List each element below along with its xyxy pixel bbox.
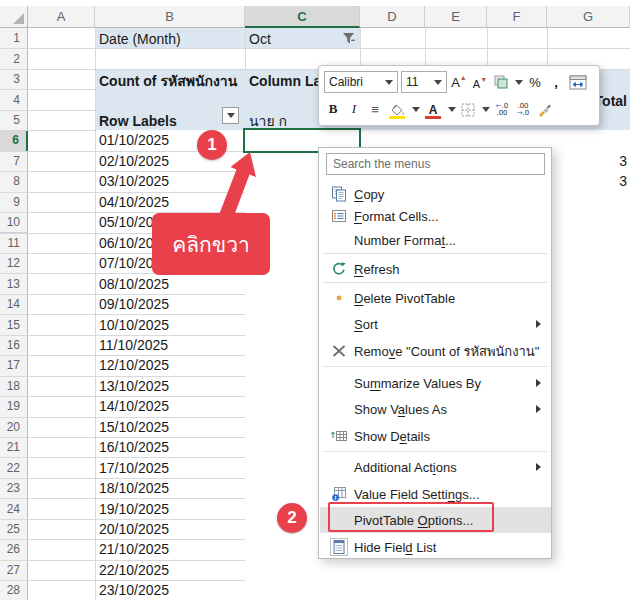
dropdown-arrow-icon[interactable]	[515, 80, 523, 85]
grow-font-icon[interactable]: A▲	[450, 71, 468, 93]
date-cell-row-21[interactable]: 16/10/2025	[99, 437, 169, 457]
decrease-decimal-icon[interactable]: .00→.0	[514, 98, 532, 120]
date-cell-row-19[interactable]: 14/10/2025	[99, 396, 169, 416]
column-header-g[interactable]: G	[547, 6, 630, 28]
filter-funnel-icon[interactable]	[341, 31, 356, 50]
row-header-6[interactable]: 6	[0, 130, 28, 151]
row-header-16[interactable]: 16	[0, 335, 28, 356]
row-header-19[interactable]: 19	[0, 396, 28, 417]
column-header-a[interactable]: A	[28, 6, 95, 28]
menu-item-value-field-settings[interactable]: Value Field Settings...	[320, 481, 551, 507]
align-lines-icon[interactable]: ≡	[366, 98, 384, 120]
date-cell-row-9[interactable]: 04/10/2025	[99, 192, 169, 212]
font-color-icon[interactable]: A	[423, 98, 443, 120]
row-header-5[interactable]: 5	[0, 110, 28, 131]
row-labels-dropdown-button[interactable]	[222, 107, 239, 124]
autofit-width-icon[interactable]	[568, 71, 588, 93]
row-header-28[interactable]: 28	[0, 580, 28, 600]
row-header-20[interactable]: 20	[0, 417, 28, 438]
row-header-11[interactable]: 11	[0, 233, 28, 254]
row-header-9[interactable]: 9	[0, 192, 28, 213]
row-header-18[interactable]: 18	[0, 376, 28, 397]
date-cell-row-26[interactable]: 21/10/2025	[99, 539, 169, 559]
row-header-27[interactable]: 27	[0, 560, 28, 581]
row-header-22[interactable]: 22	[0, 457, 28, 478]
menu-item-show-details[interactable]: Show Details	[320, 423, 551, 449]
dropdown-arrow-icon[interactable]	[482, 107, 490, 112]
column-header-c[interactable]: C	[245, 6, 360, 28]
row-header-21[interactable]: 21	[0, 437, 28, 458]
date-cell-row-6[interactable]: 01/10/2025	[99, 130, 169, 150]
row-header-15[interactable]: 15	[0, 314, 28, 335]
grand-total-value-row-8[interactable]: 3	[547, 171, 630, 191]
increase-decimal-icon[interactable]: ←.0.00	[493, 98, 511, 120]
date-cell-row-28[interactable]: 23/10/2025	[99, 580, 169, 600]
select-all-corner[interactable]	[0, 6, 28, 28]
cell-b1-date-month[interactable]: Date (Month)	[99, 28, 181, 49]
row-header-24[interactable]: 24	[0, 498, 28, 519]
menu-item-summarize-values-by[interactable]: Summarize Values By	[320, 370, 551, 396]
date-cell-row-22[interactable]: 17/10/2025	[99, 457, 169, 477]
date-cell-row-7[interactable]: 02/10/2025	[99, 151, 169, 171]
date-cell-row-27[interactable]: 22/10/2025	[99, 560, 169, 580]
date-cell-row-18[interactable]: 13/10/2025	[99, 376, 169, 396]
grand-total-value-row-7[interactable]: 3	[547, 151, 630, 171]
date-cell-row-15[interactable]: 10/10/2025	[99, 314, 169, 334]
column-header-e[interactable]: E	[425, 6, 487, 28]
row-header-10[interactable]: 10	[0, 212, 28, 233]
column-header-b[interactable]: B	[95, 6, 245, 28]
row-header-3[interactable]: 3	[0, 69, 28, 90]
pivot-count-header[interactable]: Count of รหัสพนักงาน	[99, 70, 237, 91]
menu-item-pivottable-options[interactable]: PivotTable Options...	[320, 507, 551, 533]
comma-style-icon[interactable]: ,	[547, 71, 565, 93]
row-header-17[interactable]: 17	[0, 355, 28, 376]
pivot-row-labels-header[interactable]: Row Labels	[99, 110, 177, 131]
shrink-font-icon[interactable]: A▼	[471, 71, 489, 93]
row-header-23[interactable]: 23	[0, 478, 28, 499]
row-header-7[interactable]: 7	[0, 151, 28, 172]
row-header-1[interactable]: 1	[0, 28, 28, 49]
format-painter-icon[interactable]	[535, 98, 553, 120]
search-input[interactable]	[326, 153, 545, 175]
menu-item-format-cells[interactable]: Format Cells...	[320, 203, 551, 229]
date-cell-row-16[interactable]: 11/10/2025	[99, 335, 168, 355]
menu-item-remove-count[interactable]: Remove "Count of รหัสพนักงาน"	[320, 338, 551, 364]
row-header-4[interactable]: 4	[0, 89, 28, 110]
dropdown-arrow-icon[interactable]	[412, 107, 420, 112]
menu-item-delete-pivottable[interactable]: Delete PivotTable	[320, 285, 551, 311]
date-cell-row-23[interactable]: 18/10/2025	[99, 478, 169, 498]
font-size-select[interactable]: 11	[401, 71, 447, 93]
fill-color-icon[interactable]	[387, 98, 407, 120]
cell-c1-oct[interactable]: Oct	[249, 28, 271, 49]
dropdown-arrow-icon[interactable]	[448, 107, 456, 112]
column-header-f[interactable]: F	[487, 6, 547, 28]
row-header-8[interactable]: 8	[0, 171, 28, 192]
borders-icon[interactable]	[459, 98, 477, 120]
menu-item-hide-field-list[interactable]: Hide Field List	[320, 534, 551, 560]
date-cell-row-8[interactable]: 03/10/2025	[99, 171, 169, 191]
column-header-d[interactable]: D	[360, 6, 425, 28]
menu-item-additional-actions[interactable]: Additional Actions	[320, 454, 551, 480]
row-header-2[interactable]: 2	[0, 48, 28, 69]
row-header-14[interactable]: 14	[0, 294, 28, 315]
italic-icon[interactable]: I	[345, 98, 363, 120]
row-header-13[interactable]: 13	[0, 273, 28, 294]
date-cell-row-20[interactable]: 15/10/2025	[99, 417, 169, 437]
menu-item-show-values-as[interactable]: Show Values As	[320, 396, 551, 422]
date-cell-row-14[interactable]: 09/10/2025	[99, 294, 169, 314]
date-cell-row-17[interactable]: 12/10/2025	[99, 355, 169, 375]
font-name-select[interactable]: Calibri	[324, 71, 398, 93]
row-header-12[interactable]: 12	[0, 253, 28, 274]
menu-item-refresh[interactable]: Refresh	[320, 256, 551, 282]
cell-styles-icon[interactable]	[492, 71, 510, 93]
row-header-26[interactable]: 26	[0, 539, 28, 560]
bold-icon[interactable]: B	[324, 98, 342, 120]
menu-item-number-format[interactable]: Number Format...	[320, 227, 551, 253]
percent-style-icon[interactable]: %	[526, 71, 544, 93]
menu-item-sort[interactable]: Sort	[320, 311, 551, 337]
date-cell-row-24[interactable]: 19/10/2025	[99, 498, 169, 518]
date-cell-row-25[interactable]: 20/10/2025	[99, 519, 169, 539]
date-cell-row-13[interactable]: 08/10/2025	[99, 273, 169, 293]
row-header-25[interactable]: 25	[0, 519, 28, 540]
format-cells-icon	[324, 208, 354, 224]
